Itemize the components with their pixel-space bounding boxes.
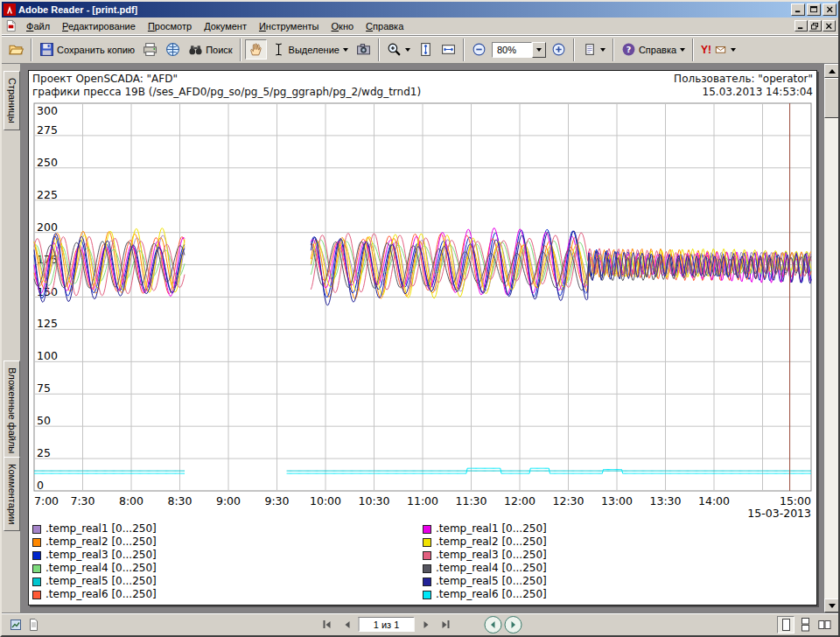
svg-text:125: 125 (37, 317, 58, 330)
page-navigation: 1 из 1 (318, 616, 522, 634)
menu-file[interactable]: Файл (20, 19, 56, 33)
legend-swatch (32, 551, 41, 560)
facing-layout-button[interactable] (816, 616, 833, 634)
fit-page-button[interactable] (415, 39, 437, 60)
legend-column-left: .temp_real1 [0...250].temp_real2 [0...25… (32, 522, 423, 601)
menu-help[interactable]: Справка (360, 19, 410, 33)
zoom-tool-button[interactable] (383, 39, 414, 60)
document-status-icon[interactable] (7, 617, 24, 633)
legend-swatch (32, 564, 41, 573)
datetime-label: 15.03.2013 14:53:04 (703, 86, 813, 99)
scroll-up-button[interactable] (824, 64, 839, 78)
svg-text:15-03-2013: 15-03-2013 (747, 507, 811, 520)
fit-width-icon (441, 42, 456, 57)
page-indicator-text: 1 из 1 (374, 620, 400, 630)
svg-text:8:30: 8:30 (167, 494, 192, 508)
svg-text:7:00: 7:00 (34, 494, 59, 508)
text-select-icon (271, 42, 286, 57)
toolbar-separator (692, 38, 694, 61)
binoculars-icon (188, 42, 203, 57)
svg-text:225: 225 (37, 188, 58, 201)
select-tool-button[interactable]: Выделение (268, 39, 352, 60)
toolbar-separator (31, 38, 32, 61)
legend-item: .temp_real3 [0...250] (32, 549, 423, 562)
close-button[interactable] (822, 4, 836, 16)
scrollbar-thumb[interactable] (824, 78, 839, 118)
tab-comments[interactable]: Комментарии (4, 457, 20, 531)
last-page-button[interactable] (438, 617, 455, 633)
page-indicator[interactable]: 1 из 1 (359, 617, 415, 632)
legend-swatch (423, 551, 431, 560)
legend-label: .temp_real3 [0...250] (436, 549, 547, 562)
continuous-layout-button[interactable] (796, 616, 814, 634)
child-minimize-button[interactable] (794, 20, 808, 32)
previous-view-button[interactable] (485, 616, 502, 634)
menu-window[interactable]: Окно (326, 19, 360, 33)
printer-icon (143, 42, 158, 57)
next-page-icon (424, 621, 428, 628)
first-page-button[interactable] (318, 617, 336, 633)
svg-text:25: 25 (37, 446, 51, 459)
title-bar[interactable]: Adobe Reader - [print.pdf] (2, 2, 838, 18)
chevron-down-icon (731, 48, 736, 52)
tab-pages[interactable]: Страницы (4, 71, 20, 130)
child-restore-button[interactable] (808, 20, 822, 32)
menu-edit[interactable]: Редактирование (56, 19, 142, 33)
page-display-button[interactable] (578, 39, 609, 60)
hand-tool-button[interactable] (245, 39, 267, 60)
search-button[interactable]: Поиск (185, 39, 235, 60)
next-page-button[interactable] (417, 617, 435, 633)
legend-item: .temp_real6 [0...250] (32, 588, 423, 601)
zoom-level-combo[interactable]: 80% (492, 42, 546, 58)
svg-text:15:00: 15:00 (780, 494, 811, 508)
svg-text:11:30: 11:30 (455, 494, 486, 508)
svg-text:300: 300 (37, 104, 58, 117)
legend-swatch (32, 591, 41, 599)
svg-text:?: ? (626, 45, 632, 54)
help-icon: ? (621, 42, 636, 57)
vertical-scrollbar[interactable] (823, 64, 838, 612)
document-info-icon[interactable] (24, 617, 42, 633)
legend-label: .temp_real6 [0...250] (46, 588, 157, 601)
svg-text:13:30: 13:30 (649, 494, 681, 508)
legend-label: .temp_real3 [0...250] (46, 549, 157, 562)
legend-item: .temp_real5 [0...250] (423, 575, 813, 588)
zoom-out-button[interactable] (468, 39, 490, 60)
child-close-button[interactable] (822, 20, 836, 32)
svg-text:10:30: 10:30 (358, 494, 389, 508)
toolbar-separator (612, 38, 614, 61)
scroll-down-button[interactable] (824, 598, 839, 612)
arrow-down-icon (829, 604, 836, 608)
camera-icon (356, 42, 371, 57)
zoom-level-value[interactable]: 80% (492, 42, 532, 58)
legend-item: .temp_real1 [0...250] (32, 522, 423, 536)
zoom-in-icon (551, 42, 566, 57)
open-button[interactable] (5, 39, 27, 60)
single-page-layout-button[interactable] (777, 616, 794, 634)
zoom-dropdown-button[interactable] (532, 42, 546, 58)
snapshot-button[interactable] (353, 39, 374, 60)
tab-attachments[interactable]: Вложенные файлы (4, 360, 20, 460)
legend-label: .temp_real4 [0...250] (46, 562, 157, 575)
legend-label: .temp_real6 [0...250] (436, 588, 547, 601)
minimize-button[interactable] (791, 4, 805, 16)
yahoo-button[interactable]: Y! (697, 41, 739, 59)
document-area[interactable]: Проект OpenSCADA: "AFD" Пользователь: "o… (21, 64, 823, 612)
next-view-button[interactable] (505, 616, 522, 634)
save-copy-button[interactable]: Сохранить копию (36, 39, 138, 60)
fit-width-button[interactable] (438, 39, 459, 60)
zoom-in-button[interactable] (548, 39, 570, 60)
menu-document[interactable]: Документ (198, 19, 253, 33)
chevron-down-icon (536, 48, 542, 52)
legend-item: .temp_real3 [0...250] (423, 549, 813, 562)
prev-page-button[interactable] (339, 617, 356, 633)
maximize-button[interactable] (807, 4, 821, 16)
svg-text:275: 275 (37, 123, 58, 136)
scrollbar-track[interactable] (824, 118, 838, 598)
help-button[interactable]: ?Справка (618, 39, 689, 60)
svg-text:75: 75 (37, 382, 51, 395)
menu-view[interactable]: Просмотр (142, 19, 198, 33)
print-button[interactable] (139, 39, 161, 60)
email-button[interactable] (162, 39, 184, 60)
menu-tools[interactable]: Инструменты (253, 19, 326, 33)
